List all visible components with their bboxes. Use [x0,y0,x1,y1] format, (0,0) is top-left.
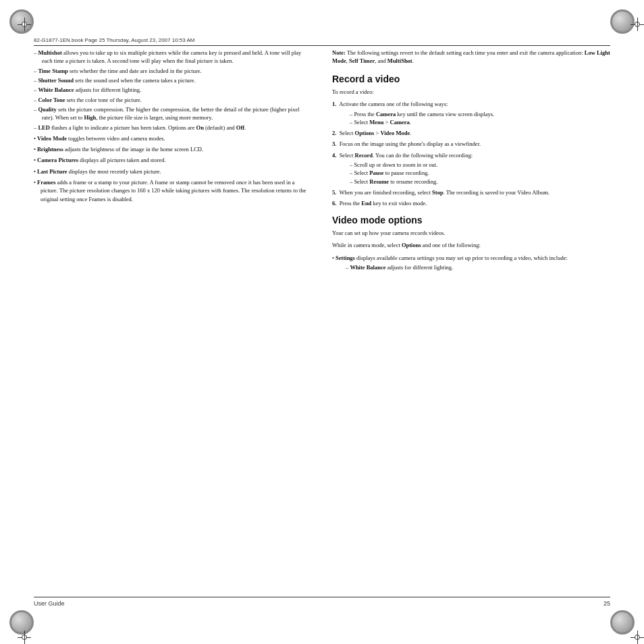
footer-right: 25 [603,600,610,607]
video-mode-options-intro2: While in camera mode, select Options and… [332,241,610,249]
sub-dash-list: Press the Camera key until the camera vi… [343,110,610,127]
header-text: 82-G1877-1EN.book Page 25 Thursday, Augu… [34,37,195,43]
list-item: Brightness adjusts the brightness of the… [34,145,312,153]
list-item: Select Resume to resume recording. [350,178,610,186]
sub-dash-settings: White Balance adjusts for different ligh… [339,263,610,271]
header-bar: 82-G1877-1EN.book Page 25 Thursday, Augu… [34,37,610,46]
list-item: 5. When you are finished recording, sele… [332,188,610,196]
right-column: Note: The following settings revert to t… [332,49,610,595]
list-item: Color Tone sets the color tone of the pi… [34,96,312,104]
list-item: Quality sets the picture compression. Th… [34,105,312,122]
list-item: Camera Pictures displays all pictures ta… [34,156,312,164]
dash-list: Multishot allows you to take up to six m… [34,49,312,132]
list-item: LED flashes a light to indicate a pictur… [34,124,312,132]
list-item: Video Mode toggles between video and cam… [34,134,312,142]
note-block: Note: The following settings revert to t… [332,49,610,65]
list-item: Shutter Sound sets the sound used when t… [34,76,312,84]
list-item: White Balance adjusts for different ligh… [34,86,312,94]
video-mode-options-heading: Video mode options [332,213,610,227]
list-item: Select Pause to pause recording. [350,169,610,177]
list-item: 4. Select Record. You can do the followi… [332,151,610,186]
list-item: Scroll up or down to zoom in or out. [350,161,610,169]
record-video-heading: Record a video [332,72,610,86]
list-item: White Balance adjusts for different ligh… [346,263,610,271]
list-item: 2. Select Options > Video Mode. [332,129,610,137]
record-video-intro: To record a video: [332,88,610,96]
footer-left: User Guide [34,600,65,607]
content-area: Multishot allows you to take up to six m… [34,49,610,595]
list-item: Press the Camera key until the camera vi… [350,110,610,118]
list-item: Settings displays available camera setti… [332,254,610,272]
list-item: Frames adds a frame or a stamp to your p… [34,178,312,203]
video-options-bullet-list: Settings displays available camera setti… [332,254,610,272]
left-column: Multishot allows you to take up to six m… [34,49,312,595]
footer-bar: User Guide 25 [34,597,610,607]
list-item: 6. Press the End key to exit video mode. [332,199,610,207]
page: 82-G1877-1EN.book Page 25 Thursday, Augu… [0,0,644,644]
list-item: 1. Activate the camera one of the follow… [332,100,610,126]
list-item: Select Menu > Camera. [350,118,610,126]
list-item: Last Picture displays the most recently … [34,167,312,176]
list-item: 3. Focus on the image using the phone's … [332,140,610,148]
list-item: Time Stamp sets whether the time and dat… [34,67,312,75]
bullet-list: Video Mode toggles between video and cam… [34,134,312,203]
record-video-steps: 1. Activate the camera one of the follow… [332,100,610,207]
video-mode-options-intro: Your can set up how your camera records … [332,229,610,237]
list-item: Multishot allows you to take up to six m… [34,49,312,65]
sub-dash-list: Scroll up or down to zoom in or out. Sel… [343,161,610,186]
